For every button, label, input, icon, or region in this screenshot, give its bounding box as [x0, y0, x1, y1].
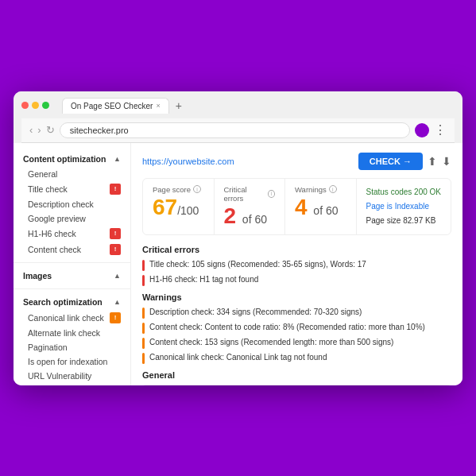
- close-button[interactable]: [21, 102, 29, 109]
- user-avatar[interactable]: [415, 123, 429, 137]
- sidebar-item-description-check[interactable]: Description check: [14, 197, 130, 211]
- sidebar-section-search-opt[interactable]: Search optimization ▲: [14, 294, 130, 310]
- minimize-button[interactable]: [32, 102, 39, 109]
- critical-item-2-text: H1-H6 check: H1 tag not found: [149, 274, 258, 285]
- title-check-badge: !: [110, 184, 121, 195]
- browser-top-bar: On Page SEO Checker × +: [21, 98, 455, 114]
- content-check-badge: !: [110, 244, 121, 255]
- share-icon[interactable]: ⬆: [428, 155, 437, 168]
- warning-item-3-text: Content check: 153 signs (Recomended len…: [149, 337, 393, 348]
- status-codes-text: Status codes 200 OK: [366, 185, 442, 199]
- forward-button[interactable]: ›: [37, 124, 41, 136]
- sidebar: Content optimization ▲ General Title che…: [14, 143, 131, 385]
- critical-item-1: Title check: 105 signs (Recomended: 35-6…: [142, 259, 451, 271]
- warning-item-1: Description check: 334 signs (Recommende…: [142, 307, 451, 319]
- main-panel: https://yourwebsite.com CHECK → ⬆ ⬇ Page…: [131, 143, 462, 385]
- chevron-up-icon: ▲: [114, 272, 121, 280]
- warning-item-2-text: Content check: Content to code ratio: 8%…: [149, 322, 425, 333]
- sidebar-item-label: Title check: [28, 184, 68, 194]
- sidebar-item-label: Is open for indexation: [28, 357, 107, 366]
- url-display: https://yourwebsite.com: [142, 157, 234, 166]
- sidebar-item-indexation[interactable]: Is open for indexation: [14, 354, 130, 369]
- critical-item-2: H1-H6 check: H1 tag not found: [142, 274, 451, 286]
- sidebar-item-general[interactable]: General: [14, 167, 130, 181]
- sidebar-item-h1-h6[interactable]: H1-H6 check !: [14, 226, 130, 242]
- warning-item-2: Content check: Content to code ratio: 8%…: [142, 322, 451, 334]
- sidebar-section-label: Content optimization: [23, 154, 106, 164]
- warning-indicator: [142, 308, 145, 319]
- sidebar-item-google-preview[interactable]: Google preview: [14, 211, 130, 226]
- chevron-up-icon: ▲: [114, 298, 121, 306]
- metrics-row: Page score i 67/100 Critical errors i 2 …: [142, 178, 451, 236]
- sidebar-item-title-check[interactable]: Title check !: [14, 181, 130, 197]
- warnings-section-title: Warnings: [142, 292, 451, 302]
- new-tab-button[interactable]: +: [172, 99, 185, 112]
- critical-indicator: [142, 275, 145, 286]
- sidebar-item-bot-check[interactable]: Bot check: [14, 383, 130, 385]
- warning-item-4: Canonical link check: Canonical Link tag…: [142, 352, 451, 364]
- download-icon[interactable]: ⬇: [442, 155, 451, 168]
- sidebar-section-content-opt[interactable]: Content optimization ▲: [14, 151, 130, 167]
- critical-info-icon[interactable]: i: [268, 190, 275, 198]
- warnings-value: 4 of 60: [295, 195, 346, 220]
- active-tab[interactable]: On Page SEO Checker ×: [62, 98, 169, 114]
- page-score-cell: Page score i 67/100: [143, 179, 215, 235]
- url-bar-row: https://yourwebsite.com CHECK → ⬆ ⬇: [142, 153, 451, 170]
- critical-item-1-text: Title check: 105 signs (Recomended: 35-6…: [149, 259, 366, 270]
- address-bar[interactable]: sitechecker.pro: [60, 122, 410, 138]
- sidebar-item-label: Content check: [28, 245, 81, 254]
- sidebar-item-pagination[interactable]: Pagination: [14, 340, 130, 354]
- warning-indicator: [142, 353, 145, 364]
- warning-item-3: Content check: 153 signs (Recomended len…: [142, 337, 451, 349]
- h1-h6-badge: !: [110, 228, 121, 239]
- canonical-badge: !: [110, 312, 121, 323]
- page-score-value: 67/100: [153, 195, 204, 220]
- sidebar-section-label: Images: [23, 271, 52, 281]
- warning-indicator: [142, 338, 145, 349]
- warning-indicator: [142, 323, 145, 334]
- tab-close-icon[interactable]: ×: [156, 102, 160, 110]
- url-actions: CHECK → ⬆ ⬇: [358, 153, 451, 170]
- sidebar-item-label: Description check: [28, 199, 94, 209]
- critical-errors-label: Critical errors i: [224, 185, 276, 203]
- tab-label: On Page SEO Checker: [71, 102, 153, 110]
- warnings-label: Warnings i: [295, 185, 346, 194]
- browser-nav: ‹ › ↻ sitechecker.pro ⋮: [21, 118, 455, 143]
- more-options-icon[interactable]: ⋮: [434, 122, 447, 137]
- divider-2: [14, 288, 130, 289]
- sidebar-item-label: Alternate link check: [28, 328, 100, 338]
- sidebar-item-canonical-link[interactable]: Canonical link check !: [14, 310, 130, 326]
- critical-indicator: [142, 260, 145, 271]
- sidebar-item-content-check[interactable]: Content check !: [14, 242, 130, 257]
- browser-tabs: On Page SEO Checker × +: [62, 98, 455, 114]
- browser-window: On Page SEO Checker × + ‹ › ↻ sitechecke…: [14, 91, 462, 385]
- chevron-up-icon: ▲: [114, 155, 121, 163]
- page-indexable-text: Page is Indexable: [366, 199, 442, 214]
- check-button[interactable]: CHECK →: [358, 153, 423, 170]
- browser-chrome: On Page SEO Checker × + ‹ › ↻ sitechecke…: [14, 91, 462, 143]
- sidebar-item-label: URL Vulnerability: [28, 371, 91, 381]
- critical-errors-value: 2 of 60: [224, 204, 276, 229]
- page-score-info-icon[interactable]: i: [193, 185, 201, 193]
- sidebar-section-images[interactable]: Images ▲: [14, 268, 130, 284]
- sidebar-item-label: General: [28, 169, 57, 179]
- refresh-button[interactable]: ↻: [46, 124, 55, 136]
- sidebar-item-label: Google preview: [28, 214, 86, 223]
- page-size-text: Page size 82.97 KB: [366, 214, 442, 228]
- sidebar-item-label: H1-H6 check: [28, 229, 76, 238]
- critical-errors-section-title: Critical errors: [142, 245, 451, 254]
- warning-item-1-text: Description check: 334 signs (Recommende…: [149, 307, 362, 318]
- sidebar-item-label: Canonical link check: [28, 313, 104, 323]
- warnings-cell: Warnings i 4 of 60: [285, 179, 357, 235]
- sidebar-section-label: Search optimization: [23, 297, 103, 307]
- sidebar-item-url-vulnerability[interactable]: URL Vulnerability: [14, 369, 130, 383]
- sidebar-item-alternate-link[interactable]: Alternate link check: [14, 326, 130, 340]
- maximize-button[interactable]: [42, 102, 49, 109]
- general-section-title: General: [142, 370, 451, 380]
- back-button[interactable]: ‹: [29, 124, 33, 136]
- traffic-lights: [21, 102, 49, 109]
- page-score-label: Page score i: [153, 185, 204, 194]
- warning-item-4-text: Canonical link check: Canonical Link tag…: [149, 352, 327, 363]
- warnings-info-icon[interactable]: i: [329, 185, 337, 193]
- critical-errors-cell: Critical errors i 2 of 60: [215, 179, 286, 235]
